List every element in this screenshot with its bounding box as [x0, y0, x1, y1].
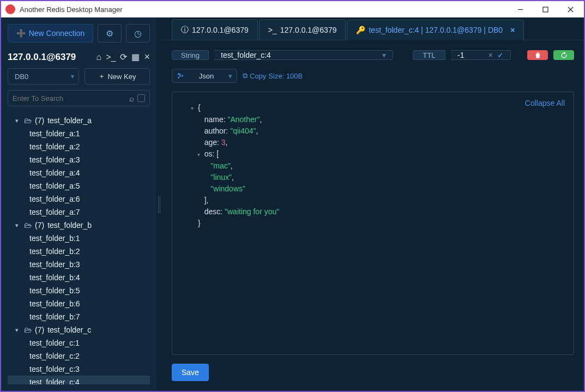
- folder-test_folder_b[interactable]: ▾🗁(7) test_folder_b: [8, 219, 150, 232]
- folder-count: (7): [35, 325, 44, 334]
- new-connection-label: New Connection: [29, 29, 85, 38]
- folder-open-icon: 🗁: [24, 325, 32, 334]
- key-item[interactable]: test_folder_a:5: [8, 179, 150, 192]
- window-title: Another Redis Desktop Manager: [20, 5, 123, 14]
- app-logo: [5, 4, 15, 14]
- key-icon: 🔑: [356, 26, 365, 34]
- chevron-down-icon: ▾: [15, 117, 21, 124]
- history-button[interactable]: ◷: [126, 24, 150, 43]
- copy-label: Copy: [250, 72, 266, 80]
- exact-match-toggle[interactable]: [137, 94, 145, 102]
- tab-bar: ⓘ127.0.0.1@6379>_127.0.0.1@6379🔑test_fol…: [162, 17, 584, 40]
- format-select[interactable]: Json ▾: [172, 69, 237, 83]
- check-icon[interactable]: ✓: [497, 51, 504, 59]
- key-item[interactable]: test_folder_b:4: [8, 271, 150, 284]
- plus-icon: ＋: [98, 71, 105, 81]
- close-connection-icon[interactable]: ×: [144, 51, 150, 63]
- copy-button[interactable]: ⧉ Copy Size: 100B: [243, 71, 303, 80]
- key-item[interactable]: test_folder_a:6: [8, 192, 150, 206]
- tab-label: 127.0.0.1@6379: [280, 26, 337, 34]
- key-item[interactable]: test_folder_a:7: [8, 206, 150, 219]
- folder-test_folder_c[interactable]: ▾🗁(7) test_folder_c: [8, 323, 150, 336]
- ttl-label: TTL: [413, 50, 445, 60]
- close-button[interactable]: [558, 1, 583, 17]
- format-value: Json: [199, 72, 214, 80]
- refresh-icon[interactable]: ⟳: [120, 52, 127, 62]
- folder-label: test_folder_b: [47, 221, 92, 230]
- key-item[interactable]: test_folder_c:3: [8, 363, 150, 376]
- chevron-down-icon: ▾: [15, 222, 21, 229]
- new-key-label: New Key: [107, 73, 136, 81]
- folder-label: test_folder_c: [47, 325, 91, 334]
- chevron-down-icon[interactable]: ▾: [382, 51, 386, 59]
- save-button[interactable]: Save: [172, 364, 209, 381]
- db-select[interactable]: DB0 ▾: [8, 68, 79, 85]
- key-item[interactable]: test_folder_a:3: [8, 153, 150, 166]
- key-name-value: test_folder_c:4: [221, 51, 271, 59]
- tab-close-icon[interactable]: ×: [510, 26, 515, 34]
- collapse-all-button[interactable]: Collapse All: [525, 98, 565, 109]
- folder-count: (7): [35, 116, 44, 125]
- key-item[interactable]: test_folder_a:2: [8, 140, 150, 153]
- svg-rect-0: [543, 7, 548, 12]
- terminal-icon[interactable]: >_: [106, 52, 116, 62]
- tab[interactable]: >_127.0.0.1@6379: [259, 19, 346, 40]
- key-item[interactable]: test_folder_c:1: [8, 336, 150, 349]
- folder-label: test_folder_a: [47, 116, 92, 125]
- ttl-value: -1: [457, 51, 464, 59]
- folder-test_folder_a[interactable]: ▾🗁(7) test_folder_a: [8, 114, 150, 127]
- grid-icon[interactable]: ▦: [131, 52, 140, 62]
- refresh-key-button[interactable]: [553, 50, 574, 60]
- new-connection-button[interactable]: ➕ New Connection: [8, 24, 93, 43]
- copy-icon: ⧉: [243, 71, 248, 80]
- search-input[interactable]: [13, 94, 126, 102]
- connection-name: 127.0.0.1@6379: [8, 52, 76, 63]
- tab[interactable]: ⓘ127.0.0.1@6379: [172, 19, 258, 40]
- json-viewer[interactable]: Collapse All ▾{ name: "Another", author:…: [172, 92, 574, 355]
- tab[interactable]: 🔑test_folder_c:4 | 127.0.0.1@6379 | DB0×: [347, 20, 524, 40]
- key-item[interactable]: test_folder_a:1: [8, 127, 150, 140]
- gear-icon: ⚙: [106, 28, 113, 39]
- terminal-icon: >_: [268, 26, 277, 34]
- info-icon: ⓘ: [181, 25, 189, 35]
- size-label: Size: 100B: [268, 72, 303, 80]
- key-item[interactable]: test_folder_b:2: [8, 245, 150, 258]
- key-item[interactable]: test_folder_b:1: [8, 232, 150, 245]
- tab-label: test_folder_c:4 | 127.0.0.1@6379 | DB0: [369, 26, 503, 34]
- folder-open-icon: 🗁: [24, 116, 32, 125]
- folder-count: (7): [35, 221, 44, 230]
- key-name-input[interactable]: test_folder_c:4 ▾: [214, 50, 393, 60]
- chevron-down-icon: ▾: [71, 73, 74, 80]
- chevron-down-icon: ▾: [228, 72, 232, 80]
- plus-circle-icon: ➕: [16, 29, 26, 38]
- key-item[interactable]: test_folder_c:4: [8, 376, 150, 384]
- key-item[interactable]: test_folder_a:4: [8, 166, 150, 179]
- key-tree[interactable]: ▾🗁(7) test_folder_atest_folder_a:1test_f…: [8, 114, 150, 384]
- search-icon[interactable]: ⌕: [129, 94, 134, 103]
- pane-splitter[interactable]: [156, 17, 162, 391]
- key-item[interactable]: test_folder_b:5: [8, 284, 150, 297]
- refresh-icon: [560, 51, 568, 59]
- home-icon[interactable]: ⌂: [97, 52, 102, 62]
- chevron-down-icon: ▾: [15, 327, 21, 334]
- key-item[interactable]: test_folder_b:6: [8, 297, 150, 310]
- ttl-input[interactable]: -1 × ✓: [451, 50, 511, 60]
- minimize-button[interactable]: [508, 1, 533, 17]
- tab-label: 127.0.0.1@6379: [192, 26, 249, 34]
- search-box[interactable]: ⌕: [8, 90, 150, 106]
- key-item[interactable]: test_folder_c:2: [8, 349, 150, 363]
- delete-key-button[interactable]: [527, 50, 548, 60]
- db-select-value: DB0: [15, 73, 28, 81]
- folder-open-icon: 🗁: [24, 221, 32, 230]
- clock-icon: ◷: [134, 28, 142, 39]
- tree-icon: [177, 72, 184, 80]
- key-item[interactable]: test_folder_b:3: [8, 258, 150, 271]
- new-key-button[interactable]: ＋ New Key: [85, 68, 150, 85]
- key-item[interactable]: test_folder_b:7: [8, 310, 150, 323]
- clear-icon[interactable]: ×: [488, 51, 493, 59]
- key-type-label: String: [172, 50, 209, 60]
- maximize-button[interactable]: [533, 1, 558, 17]
- trash-icon: [534, 51, 542, 59]
- settings-button[interactable]: ⚙: [98, 24, 122, 43]
